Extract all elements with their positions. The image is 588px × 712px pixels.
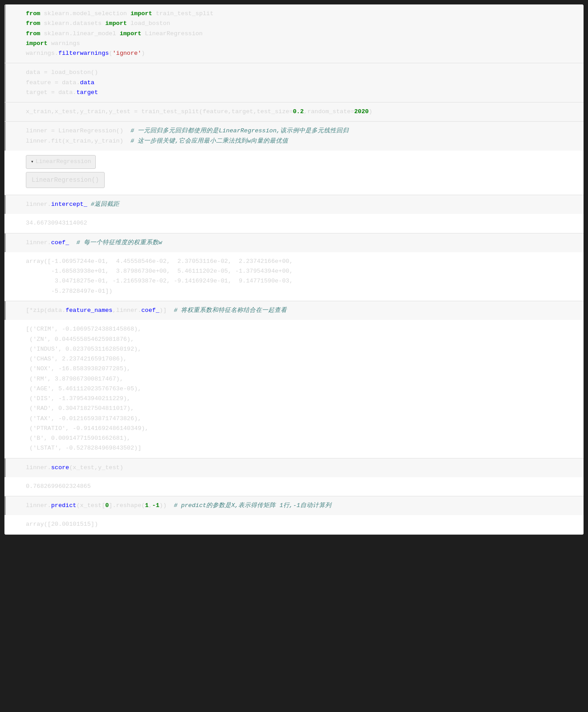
cell-imports-input[interactable]: from sklearn.model_selection import trai… xyxy=(4,4,584,63)
cell-data-input[interactable]: data = load_boston() feature = data.data… xyxy=(4,63,584,102)
cell-predict-input[interactable]: linner.predict(x_test[0].reshape(1,-1)) … xyxy=(4,496,584,515)
cell-zip-output: [('CRIM', -0.10695724388145868), ('ZN', … xyxy=(4,320,584,458)
expand-arrow-icon: ▾ xyxy=(31,159,34,164)
cell-coef-input[interactable]: linner.coef_ # 每一个特征维度的权重系数w xyxy=(4,233,584,252)
cell-fit-output: ▾LinearRegression LinearRegression() xyxy=(4,151,584,195)
cell-intercept-code: linner.intercept_ #返回截距 xyxy=(26,200,577,209)
cell-imports: from sklearn.model_selection import trai… xyxy=(4,4,584,63)
cell-intercept-input[interactable]: linner.intercept_ #返回截距 xyxy=(4,195,584,214)
cell-coef-code: linner.coef_ # 每一个特征维度的权重系数w xyxy=(26,238,577,248)
cell-zip-code: [*zip(data.feature_names,linner.coef_)] … xyxy=(26,306,577,315)
cell-predict: linner.predict(x_test[0].reshape(1,-1)) … xyxy=(4,496,584,535)
cell-predict-output: array([20.00101515]) xyxy=(4,515,584,534)
cell-data-code: data = load_boston() feature = data.data… xyxy=(26,68,577,98)
cell-imports-code: from sklearn.model_selection import trai… xyxy=(26,9,577,58)
lr-output-text: LinearRegression() xyxy=(32,176,99,184)
lr-expand-box[interactable]: ▾LinearRegression xyxy=(26,155,96,169)
cell-split-input[interactable]: x_train,x_test,y_train,y_test = train_te… xyxy=(4,102,584,121)
cell-intercept-value: 34.66730943114062 xyxy=(26,218,577,228)
cell-score: linner.score(x_test,y_test) 0.7682699602… xyxy=(4,458,584,497)
cell-score-value: 0.7682699602324865 xyxy=(26,482,577,491)
cell-split-code: x_train,x_test,y_train,y_test = train_te… xyxy=(26,107,577,117)
cell-zip: [*zip(data.feature_names,linner.coef_)] … xyxy=(4,301,584,458)
cell-data: data = load_boston() feature = data.data… xyxy=(4,63,584,102)
cell-zip-input[interactable]: [*zip(data.feature_names,linner.coef_)] … xyxy=(4,301,584,320)
cell-coef-value: array([-1.06957244e-01, 4.45558546e-02, … xyxy=(26,257,577,296)
cell-predict-code: linner.predict(x_test[0].reshape(1,-1)) … xyxy=(26,501,577,511)
lr-output-box: LinearRegression() xyxy=(26,172,105,188)
cell-intercept: linner.intercept_ #返回截距 34.6673094311406… xyxy=(4,195,584,233)
notebook-container: from sklearn.model_selection import trai… xyxy=(4,4,584,535)
cell-coef-output: array([-1.06957244e-01, 4.45558546e-02, … xyxy=(4,252,584,301)
cell-fit: linner = LinearRegression() # 一元回归多元回归都使… xyxy=(4,122,584,195)
cell-score-output: 0.7682699602324865 xyxy=(4,477,584,496)
cell-split: x_train,x_test,y_train,y_test = train_te… xyxy=(4,102,584,122)
cell-coef: linner.coef_ # 每一个特征维度的权重系数w array([-1.0… xyxy=(4,233,584,301)
lr-expand-label: LinearRegression xyxy=(36,158,91,165)
cell-fit-code: linner = LinearRegression() # 一元回归多元回归都使… xyxy=(26,126,577,146)
cell-zip-value: [('CRIM', -0.10695724388145868), ('ZN', … xyxy=(26,324,577,453)
cell-predict-value: array([20.00101515]) xyxy=(26,520,577,529)
cell-score-input[interactable]: linner.score(x_test,y_test) xyxy=(4,458,584,477)
cell-intercept-output: 34.66730943114062 xyxy=(4,214,584,233)
cell-fit-input[interactable]: linner = LinearRegression() # 一元回归多元回归都使… xyxy=(4,122,584,151)
cell-score-code: linner.score(x_test,y_test) xyxy=(26,463,577,473)
